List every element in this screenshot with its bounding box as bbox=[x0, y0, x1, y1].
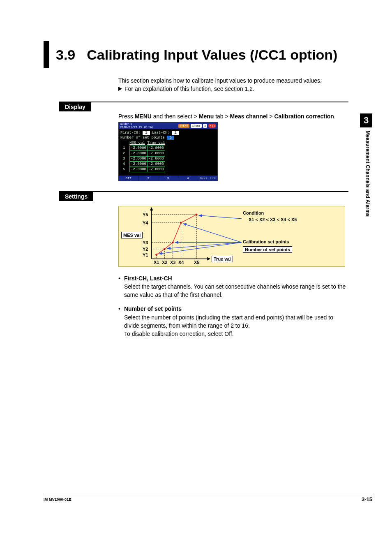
page-number: 3-15 bbox=[362, 496, 372, 502]
cal-setpoints-label: Calibration set points bbox=[243, 239, 289, 244]
mes-cell[interactable]: -2.0000 bbox=[129, 162, 148, 167]
heading-bar bbox=[44, 41, 49, 68]
first-ch-label: First-CH: bbox=[120, 131, 141, 135]
condition-label: Condition bbox=[243, 210, 264, 215]
mes-cell[interactable]: -2.0000 bbox=[129, 146, 148, 151]
bullet-nsp-head: Number of set points bbox=[124, 305, 182, 313]
table-row: 5 -2.0000-2.0000 bbox=[123, 167, 216, 172]
path-meas: Meas channel bbox=[230, 113, 268, 120]
path-calib: Calibration correction bbox=[274, 113, 334, 120]
path-prefix: Press bbox=[118, 113, 135, 120]
heading-title: Calibrating Input Values (/CC1 option) bbox=[87, 47, 337, 63]
y5-label: Y5 bbox=[143, 212, 148, 217]
softkey-3[interactable]: 3 bbox=[158, 176, 178, 181]
duration-badge: 1hour bbox=[191, 124, 202, 128]
footer-rule bbox=[44, 494, 372, 494]
device-softkeys: Off 2 3 4 Next 1/4 bbox=[119, 176, 217, 181]
path-menu-tab: Menu bbox=[199, 113, 214, 120]
arrow-icon bbox=[118, 87, 122, 91]
true-val-box: True val bbox=[212, 256, 233, 262]
device-table: MES val True val 1 -2.0000-2.0000 2 -2.0… bbox=[123, 141, 216, 172]
chapter-tab: 3 bbox=[360, 113, 372, 127]
menu-path: Press MENU and then select > Menu tab > … bbox=[118, 113, 348, 120]
path-sep: and then select > bbox=[152, 113, 199, 120]
alarm-icon: •)) bbox=[208, 124, 216, 128]
bullet-nsp-text2: To disable calibration correction, selec… bbox=[124, 330, 348, 338]
body-text: •First-CH, Last-CH Select the target cha… bbox=[118, 274, 348, 338]
doc-id: IM MV1000-01E bbox=[44, 497, 71, 502]
nsp-label: Number of set points bbox=[120, 136, 165, 140]
path-menu: MENU bbox=[135, 113, 152, 120]
y1-label: Y1 bbox=[143, 252, 148, 257]
table-row: 1 -2.0000-2.0000 bbox=[123, 146, 216, 151]
mes-cell[interactable]: -2.0000 bbox=[129, 167, 148, 172]
y2-label: Y2 bbox=[143, 247, 148, 252]
softkey-next[interactable]: Next 1/4 bbox=[198, 176, 217, 181]
device-titlebar: GROUP 1 2008/01/23 22:01:54 EVENT 1hour … bbox=[119, 123, 217, 129]
key-icon: ⌂ bbox=[203, 124, 207, 128]
path-sep: tab > bbox=[214, 113, 230, 120]
y4-label: Y4 bbox=[143, 220, 148, 225]
y3-label: Y3 bbox=[143, 240, 148, 245]
true-cell[interactable]: -2.0000 bbox=[147, 162, 165, 167]
softkey-off[interactable]: Off bbox=[119, 176, 138, 181]
event-badge: EVENT bbox=[178, 124, 189, 128]
nsp-box: Number of set points bbox=[243, 246, 292, 253]
mes-val-box: MES val bbox=[121, 232, 143, 238]
x2-label: X2 bbox=[162, 260, 167, 265]
true-cell[interactable]: -2.0000 bbox=[147, 146, 165, 151]
intro-line-2: For an explanation of this function, see… bbox=[125, 86, 254, 92]
x5-label: X5 bbox=[194, 260, 199, 265]
first-ch-value[interactable]: 1 bbox=[143, 131, 150, 135]
nsp-value[interactable]: 5 bbox=[167, 136, 174, 140]
true-cell[interactable]: -2.0000 bbox=[147, 167, 165, 172]
last-ch-label: Last-CH: bbox=[152, 131, 170, 135]
path-suffix: . bbox=[334, 113, 336, 120]
mes-cell[interactable]: -2.0000 bbox=[129, 151, 148, 156]
svg-marker-1 bbox=[150, 207, 153, 210]
svg-line-19 bbox=[183, 223, 241, 242]
section-head-display: Display bbox=[59, 102, 91, 111]
device-screenshot: GROUP 1 2008/01/23 22:01:54 EVENT 1hour … bbox=[118, 122, 218, 181]
section-rule-settings: Settings bbox=[59, 191, 348, 202]
bullet-nsp-text1: Select the number of points (including t… bbox=[124, 313, 348, 330]
last-ch-value[interactable]: 1 bbox=[172, 131, 179, 135]
chapter-side-label: Measurement Channels and Alarms bbox=[365, 131, 371, 217]
heading-number: 3.9 bbox=[56, 47, 75, 63]
softkey-4[interactable]: 4 bbox=[178, 176, 198, 181]
section-heading: 3.9 Calibrating Input Values (/CC1 optio… bbox=[44, 41, 348, 68]
calibration-diagram: Y5 Y4 Y3 Y2 Y1 X1 X2 X3 X4 X5 MES val Tr… bbox=[118, 206, 345, 267]
true-cell[interactable]: -2.0000 bbox=[147, 156, 165, 162]
table-row: 4 -2.0000-2.0000 bbox=[123, 162, 216, 167]
x1-label: X1 bbox=[154, 260, 159, 265]
col-mes: MES val bbox=[129, 141, 145, 145]
softkey-2[interactable]: 2 bbox=[138, 176, 158, 181]
bullet-firstch-head: First-CH, Last-CH bbox=[124, 274, 172, 282]
svg-line-18 bbox=[198, 215, 242, 219]
device-timestamp: 2008/01/23 22:01:54 bbox=[120, 126, 153, 129]
table-row: 3 -2.0000-2.0000 bbox=[123, 156, 216, 162]
bullet-firstch-text: Select the target channels. You can set … bbox=[124, 282, 348, 299]
x4-label: X4 bbox=[178, 260, 184, 265]
intro-text: This section explains how to calibrate i… bbox=[118, 76, 348, 93]
condition-expr: X1 < X2 < X3 < X4 < X5 bbox=[249, 217, 297, 222]
svg-marker-3 bbox=[207, 257, 210, 260]
intro-line-1: This section explains how to calibrate i… bbox=[118, 76, 348, 85]
x3-label: X3 bbox=[170, 260, 175, 265]
true-cell[interactable]: -2.0000 bbox=[147, 151, 165, 156]
device-group: GROUP 1 bbox=[120, 123, 153, 126]
col-true: True val bbox=[147, 141, 165, 145]
table-row: 2 -2.0000-2.0000 bbox=[123, 151, 216, 156]
path-sep: > bbox=[267, 113, 274, 120]
section-rule-display: Display bbox=[59, 102, 348, 112]
section-head-settings: Settings bbox=[59, 191, 93, 201]
mes-cell[interactable]: -2.0000 bbox=[129, 156, 148, 162]
